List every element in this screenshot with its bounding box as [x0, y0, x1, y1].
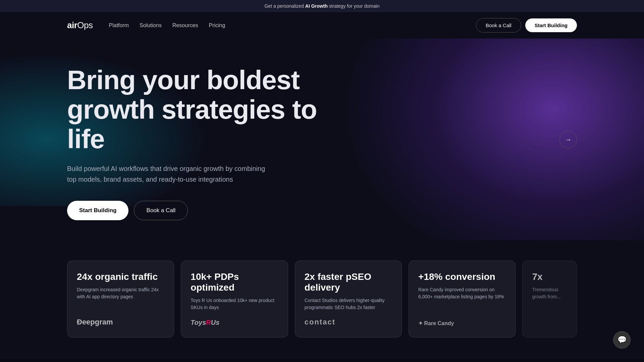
stat-logo-deepgram: Ðeepgram [77, 318, 164, 326]
logos-section: GRAPHITE ◆ dbt Labs 🛡 Harvard Business P… [0, 358, 644, 362]
nav-start-building-button[interactable]: Start Building [525, 18, 577, 32]
hero-subtitle: Build powerful AI workflows that drive o… [67, 163, 268, 185]
stat-desc-1: Deepgram increased organic traffic 24x w… [77, 286, 164, 300]
navbar-left: airOps Platform Solutions Resources Pric… [67, 20, 225, 31]
nav-book-call-button[interactable]: Book a Call [476, 18, 521, 33]
banner-text-bold: AI Growth [305, 3, 328, 9]
stats-section: 24x organic traffic Deepgram increased o… [0, 260, 644, 338]
stat-title-3: 2x faster pSEO delivery [305, 272, 392, 293]
top-banner: Get a personalized AI Growth strategy fo… [0, 0, 644, 12]
arrow-next-button[interactable]: → [559, 131, 577, 148]
stat-desc-5: Tremendous growth from... [532, 286, 567, 300]
stat-title-1: 24x organic traffic [77, 272, 164, 282]
hero-book-call-button[interactable]: Book a Call [134, 201, 188, 220]
navbar: airOps Platform Solutions Resources Pric… [0, 12, 644, 39]
hero-title-line1: Bring your boldest [67, 65, 300, 95]
stat-card-4: +18% conversion Rare Candy improved conv… [409, 260, 516, 338]
chat-button[interactable]: 💬 [613, 331, 631, 349]
stat-card-5: 7x Tremendous growth from... [522, 260, 577, 338]
nav-item-solutions[interactable]: Solutions [140, 22, 162, 28]
stat-desc-4: Rare Candy improved conversion on 6,000+… [418, 286, 506, 300]
stat-card-3: 2x faster pSEO delivery Contact Studios … [295, 260, 402, 338]
hero-content: Bring your boldest growth strategies to … [67, 65, 342, 220]
nav-item-resources[interactable]: Resources [172, 22, 198, 28]
logo[interactable]: airOps [67, 20, 93, 31]
stat-title-4: +18% conversion [418, 272, 506, 282]
hero-title-line2: growth strategies to life [67, 95, 317, 154]
hero-section: Bring your boldest growth strategies to … [0, 39, 644, 240]
stat-desc-3: Contact Studios delivers higher-quality … [305, 297, 392, 311]
chat-icon: 💬 [618, 336, 627, 344]
banner-text-prefix: Get a personalized [264, 3, 305, 9]
stat-card-1: 24x organic traffic Deepgram increased o… [67, 260, 174, 338]
nav-item-pricing[interactable]: Pricing [209, 22, 225, 28]
arrow-right-icon: → [565, 136, 572, 143]
navbar-right: Book a Call Start Building [476, 18, 577, 33]
stat-logo-toysrus: ToysRUs [191, 319, 278, 326]
nav-item-platform[interactable]: Platform [109, 22, 129, 28]
nav-links: Platform Solutions Resources Pricing [109, 22, 225, 28]
stat-logo-rarecandy: ✦ Rare Candy [418, 320, 506, 326]
stat-card-2: 10k+ PDPs optimized Toys R Us onboarded … [181, 260, 288, 338]
banner-text-suffix: strategy for your domain [328, 3, 380, 9]
stat-title-5: 7x [532, 272, 567, 282]
hero-buttons: Start Building Book a Call [67, 201, 342, 220]
hero-title: Bring your boldest growth strategies to … [67, 65, 342, 154]
stat-desc-2: Toys R Us onboarded 10k+ new product SKU… [191, 297, 278, 311]
hero-bg-gradient [342, 39, 644, 240]
hero-start-building-button[interactable]: Start Building [67, 201, 128, 220]
stat-title-2: 10k+ PDPs optimized [191, 272, 278, 293]
stat-logo-contact: contact [305, 318, 392, 326]
